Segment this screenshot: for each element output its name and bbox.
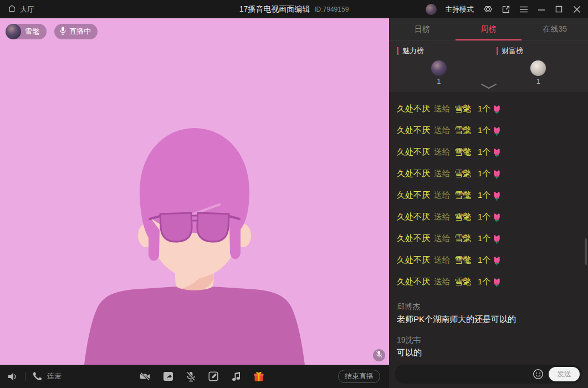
speaker-icon[interactable] [7,371,18,382]
gift-action: 送给 [434,233,451,244]
gift-sender: 久处不厌 [397,169,430,179]
wealth-ranking-header: 财富榜 [489,46,588,56]
charm-ranking-title: 魅力榜 [402,46,424,56]
toolbar-divider [25,372,25,381]
gift-amount: 1个 [478,233,490,244]
gift-receiver: 雪氅 [454,125,471,136]
tulip-icon [493,212,501,222]
gift-message-row: 久处不厌 送给 雪氅 1个 [397,271,580,293]
gift-message-row: 久处不厌 送给 雪氅 1个 [397,249,580,271]
emoji-icon[interactable] [532,368,544,380]
titlebar: 大厅 17播音电视画面编辑ID:7949159 主持模式 [0,0,588,18]
tab-1[interactable]: 周榜 [456,18,522,40]
chat-input[interactable] [402,370,532,379]
avatar-illustration [0,18,389,365]
room-id: ID:7949159 [314,6,349,13]
gift-receiver: 雪氅 [454,255,471,266]
gift-message-row: 久处不厌 送给 雪氅 1个 [397,141,580,163]
gift-action: 送给 [434,125,451,136]
chat-list: 久处不厌 送给 雪氅 1个 久处不厌 送给 雪氅 1个 久处不厌 送给 雪氅 1… [389,93,588,360]
gift-sender: 久处不厌 [397,190,430,201]
titlebar-controls: 主持模式 [426,4,588,15]
streamer-avatar [6,24,21,39]
phone-icon[interactable] [32,371,43,382]
live-badge-label: 直播中 [69,27,91,37]
send-button[interactable]: 发送 [549,367,580,381]
broadcast-toolbar: 连麦 [0,365,389,388]
app-window: 大厅 17播音电视画面编辑ID:7949159 主持模式 [0,0,588,388]
live-status-pill[interactable]: 直播中 [54,24,98,39]
minimize-icon[interactable] [536,4,546,14]
accent-bar [497,47,498,55]
broadcast-column: 雪氅 直播中 [0,18,389,388]
gift-sender: 久处不厌 [397,212,430,222]
home-label: 大厅 [20,4,34,14]
gift-amount: 1个 [478,169,490,179]
main-area: 雪氅 直播中 [0,18,588,388]
gift-message-row: 久处不厌 送给 雪氅 1个 [397,98,580,120]
chat-username: 19沈韦 [397,334,580,346]
user-avatar[interactable] [426,4,437,15]
maximize-icon[interactable] [554,4,564,14]
chat-text: 老师PK个湖南师大的还是可以的 [397,313,580,326]
gift-receiver: 雪氅 [454,233,471,244]
mic-off-icon[interactable] [185,371,196,382]
gift-action: 送给 [434,147,451,157]
gift-receiver: 雪氅 [454,212,471,222]
window-title: 17播音电视画面编辑 [239,4,310,13]
chat-message: 邱博杰 老师PK个湖南师大的还是可以的 [397,300,580,326]
edit-icon[interactable] [208,371,219,382]
tulip-icon [493,256,501,266]
wealth-rank1-avatar[interactable] [530,60,546,76]
streamer-pill[interactable]: 雪氅 [6,24,47,39]
gift-amount: 1个 [478,125,490,136]
gift-receiver: 雪氅 [454,169,471,179]
mic-icon [60,27,66,37]
gear-icon[interactable] [483,4,493,14]
gift-amount: 1个 [478,212,490,222]
charm-rank1-avatar[interactable] [431,60,447,76]
tulip-icon [493,126,501,136]
accent-bar [397,47,398,55]
camera-off-icon[interactable] [140,371,151,382]
host-mode-label: 主持模式 [445,4,474,14]
chevron-down-icon[interactable] [480,81,497,91]
gift-sender: 久处不厌 [397,147,430,157]
gift-amount: 1个 [478,104,490,114]
gift-amount: 1个 [478,277,490,287]
chat-scrollbar[interactable] [585,238,587,265]
gift-amount: 1个 [478,147,490,157]
gift-sender: 久处不厌 [397,125,430,136]
tulip-icon [493,104,501,114]
close-icon[interactable] [572,4,581,14]
charm-ranking-header: 魅力榜 [389,46,489,56]
side-panel: 日榜周榜在线35 魅力榜 1 财富榜 1 [389,18,588,388]
stream-overlay: 雪氅 直播中 [6,24,98,39]
home-button[interactable]: 大厅 [0,4,34,14]
rankings-section: 魅力榜 1 财富榜 1 [389,40,588,93]
gift-sender: 久处不厌 [397,277,430,287]
tulip-icon [493,147,501,157]
tab-0[interactable]: 日榜 [389,18,456,40]
tulip-icon [493,191,501,201]
gift-sender: 久处不厌 [397,233,430,244]
screen-share-icon[interactable] [162,371,173,382]
wealth-rank1-number: 1 [489,77,588,85]
toolbar-center [140,371,264,382]
connect-mic-label: 连麦 [47,371,62,381]
gift-action: 送给 [434,104,451,114]
gift-icon[interactable] [253,371,264,382]
gift-receiver: 雪氅 [454,190,471,201]
video-stage: 雪氅 直播中 [0,18,389,365]
popout-icon[interactable] [501,4,510,14]
gift-action: 送给 [434,212,451,222]
gift-message-row: 久处不厌 送给 雪氅 1个 [397,206,580,228]
charm-ranking: 魅力榜 1 [389,40,489,93]
menu-icon[interactable] [519,4,528,14]
end-stream-button[interactable]: 结束直播 [338,370,380,383]
gift-receiver: 雪氅 [454,147,471,157]
tab-2[interactable]: 在线35 [521,18,588,40]
mic-muted-badge[interactable] [373,349,385,361]
music-icon[interactable] [231,371,242,382]
chat-message: 19沈韦 可以的 [397,334,580,359]
